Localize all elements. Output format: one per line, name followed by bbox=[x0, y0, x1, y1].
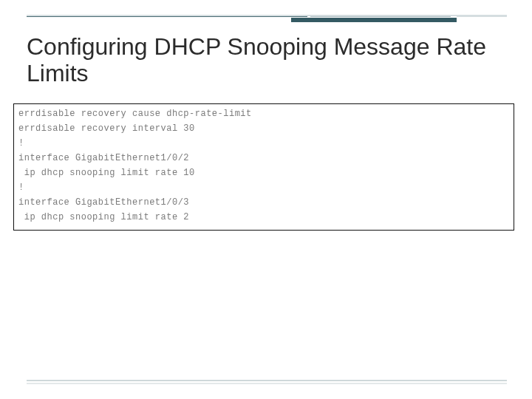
code-line: interface GigabitEthernet1/0/2 bbox=[18, 151, 509, 166]
slide: Configuring DHCP Snooping Message Rate L… bbox=[0, 0, 532, 399]
code-line: errdisable recovery interval 30 bbox=[18, 122, 509, 137]
code-line: ! bbox=[18, 137, 509, 151]
footer-decoration bbox=[27, 380, 507, 381]
config-code-box: errdisable recovery cause dhcp-rate-limi… bbox=[13, 103, 514, 231]
rule-segment-thick bbox=[291, 18, 457, 22]
code-line: ip dhcp snooping limit rate 2 bbox=[18, 211, 509, 225]
slide-title: Configuring DHCP Snooping Message Rate L… bbox=[27, 34, 505, 87]
code-line: ! bbox=[18, 181, 509, 196]
code-line: ip dhcp snooping limit rate 10 bbox=[18, 166, 509, 181]
rule-segment-under bbox=[27, 15, 507, 16]
code-line: errdisable recovery cause dhcp-rate-limi… bbox=[18, 107, 509, 122]
code-line: interface GigabitEthernet1/0/3 bbox=[18, 196, 509, 211]
